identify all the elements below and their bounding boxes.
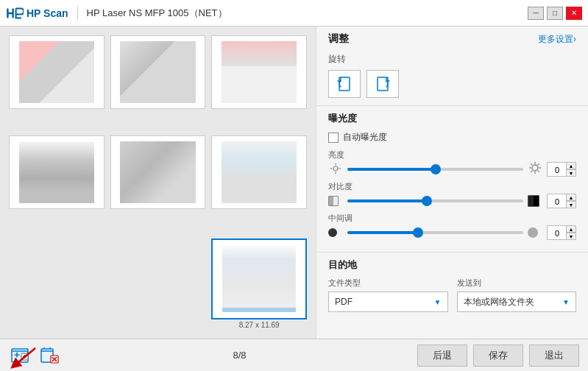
titlebar: HP Scan HP Laser NS MFP 1005（NET） ─ □ ✕ [0, 0, 588, 26]
brightness-arrows: ▲ ▼ [566, 162, 576, 177]
brightness-slider[interactable] [347, 168, 523, 171]
svg-line-12 [531, 163, 532, 165]
thumbnail-2[interactable] [110, 35, 206, 109]
thumbnail-7-wrapper: 8.27 x 11.69 [211, 239, 307, 330]
brightness-thumb [431, 164, 441, 174]
rotate-left-icon [336, 75, 353, 93]
device-name: HP Laser NS MFP 1005（NET） [87, 7, 227, 20]
rotate-section: 旋转 [316, 49, 588, 106]
app-name: HP Scan [26, 7, 68, 19]
adjust-title: 调整 [328, 32, 349, 46]
thumbnail-panel: 8.27 x 11.69 [0, 26, 316, 339]
file-type-value: PDF [335, 297, 353, 307]
restore-button[interactable]: □ [547, 7, 563, 20]
right-panel: 调整 更多设置 › 旋转 [316, 26, 588, 339]
midtone-value-group: 0 ▲ ▼ [547, 225, 576, 240]
midtone-arrows: ▲ ▼ [566, 225, 576, 240]
file-type-dropdown-icon: ▼ [434, 298, 442, 306]
bottom-actions: 后退 保存 退出 [417, 344, 579, 367]
scan-add-icon [10, 344, 32, 367]
contrast-fill [347, 199, 427, 202]
contrast-arrows: ▲ ▼ [566, 194, 576, 208]
svg-line-14 [538, 163, 539, 165]
thumbnail-7-label: 8.27 x 11.69 [211, 321, 307, 329]
thumbnail-5[interactable] [110, 135, 206, 209]
more-settings-label: 更多设置 [538, 33, 573, 46]
midtone-fill [347, 231, 418, 234]
rotate-right-icon [374, 75, 392, 93]
minimize-button[interactable]: ─ [528, 7, 544, 20]
adjust-header: 调整 更多设置 › [316, 26, 588, 49]
midtone-up-arrow[interactable]: ▲ [566, 225, 576, 233]
auto-exposure-row: 自动曝光度 [328, 131, 576, 144]
brightness-up-arrow[interactable]: ▲ [566, 162, 576, 169]
page-counter: 8/8 [62, 350, 417, 361]
exposure-title: 曝光度 [328, 112, 576, 125]
auto-exposure-checkbox[interactable] [328, 132, 339, 143]
brightness-down-arrow[interactable]: ▼ [566, 169, 576, 177]
contrast-high-icon [528, 195, 542, 207]
send-to-label: 发送到 [457, 278, 577, 289]
midtone-high-icon [528, 227, 542, 238]
brightness-value[interactable]: 0 [547, 162, 567, 177]
window-controls: ─ □ ✕ [528, 7, 582, 20]
app-logo: HP Scan [6, 6, 68, 21]
svg-line-13 [538, 171, 539, 172]
brightness-fill [347, 168, 436, 171]
save-button[interactable]: 保存 [473, 344, 523, 367]
midtone-slider[interactable] [347, 231, 523, 234]
destination-title: 目的地 [328, 258, 576, 272]
thumbnail-4[interactable] [9, 135, 105, 209]
scan-add-button[interactable] [9, 343, 34, 368]
brightness-high-icon [528, 162, 542, 177]
thumbnail-1[interactable] [9, 35, 105, 109]
svg-point-7 [532, 165, 538, 171]
midtone-value[interactable]: 0 [547, 225, 567, 240]
contrast-down-arrow[interactable]: ▼ [566, 201, 576, 208]
exit-button[interactable]: 退出 [529, 344, 579, 367]
back-button[interactable]: 后退 [417, 344, 467, 367]
send-to-select[interactable]: 本地或网络文件夹 ▼ [457, 292, 577, 312]
close-button[interactable]: ✕ [566, 7, 582, 20]
bottom-icons [9, 343, 62, 368]
file-type-select[interactable]: PDF ▼ [328, 292, 448, 312]
title-divider [77, 6, 78, 21]
rotate-right-button[interactable] [366, 70, 399, 98]
destination-section: 目的地 文件类型 PDF ▼ 发送到 本地或网络文件夹 ▼ [316, 252, 588, 319]
contrast-thumb [422, 196, 432, 206]
brightness-row: 0 ▲ ▼ [328, 162, 576, 177]
contrast-low-icon [328, 196, 343, 206]
contrast-up-arrow[interactable]: ▲ [566, 194, 576, 201]
send-to-value: 本地或网络文件夹 [464, 296, 534, 308]
contrast-value-group: 0 ▲ ▼ [547, 194, 576, 208]
midtone-thumb [413, 227, 423, 238]
destination-row: 文件类型 PDF ▼ 发送到 本地或网络文件夹 ▼ [328, 278, 576, 312]
rotate-left-button[interactable] [328, 70, 361, 98]
delete-scan-icon [38, 344, 60, 367]
file-type-label: 文件类型 [328, 278, 448, 289]
thumbnail-6[interactable] [211, 135, 307, 209]
brightness-value-group: 0 ▲ ▼ [547, 162, 576, 177]
file-type-col: 文件类型 PDF ▼ [328, 278, 448, 312]
main-content: 8.27 x 11.69 调整 更多设置 › 旋转 [0, 26, 588, 339]
auto-exposure-label: 自动曝光度 [343, 131, 387, 144]
thumbnail-3[interactable] [211, 35, 307, 109]
contrast-label: 对比度 [328, 181, 576, 192]
thumbnail-7[interactable] [211, 239, 307, 319]
contrast-slider[interactable] [347, 199, 523, 202]
exposure-section: 曝光度 自动曝光度 亮度 [316, 106, 588, 252]
bottom-bar: 8/8 后退 保存 退出 [0, 339, 588, 371]
send-to-dropdown-icon: ▼ [562, 298, 570, 306]
brightness-label: 亮度 [328, 149, 576, 160]
contrast-value[interactable]: 0 [547, 194, 567, 208]
delete-scan-button[interactable] [37, 343, 62, 368]
midtone-row: 0 ▲ ▼ [328, 225, 576, 240]
brightness-low-icon [328, 163, 343, 176]
midtone-down-arrow[interactable]: ▼ [566, 233, 576, 240]
midtone-low-icon [328, 228, 343, 237]
svg-line-15 [531, 171, 532, 172]
rotate-buttons [328, 70, 576, 98]
contrast-row: 0 ▲ ▼ [328, 194, 576, 208]
midtone-label: 中间调 [328, 213, 576, 224]
more-settings-link[interactable]: 更多设置 › [538, 33, 576, 46]
